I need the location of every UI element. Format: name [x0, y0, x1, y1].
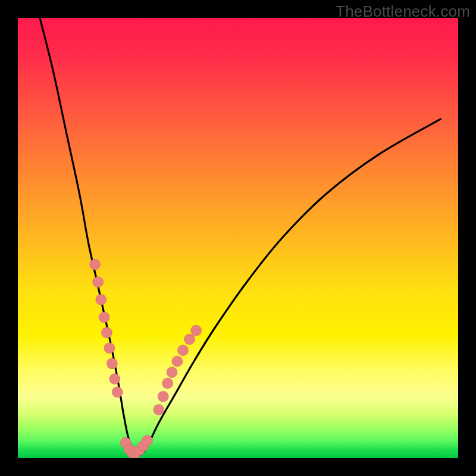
data-marker [162, 378, 173, 389]
watermark-text: TheBottleneck.com [336, 2, 470, 21]
data-marker [99, 312, 109, 322]
data-marker [178, 345, 189, 356]
data-markers [90, 259, 202, 458]
data-marker [101, 327, 112, 338]
data-marker [96, 295, 107, 305]
data-marker [112, 387, 123, 397]
data-marker [167, 367, 177, 378]
data-marker [158, 391, 168, 402]
data-marker [172, 356, 183, 367]
data-marker [90, 259, 101, 270]
data-marker [93, 277, 104, 287]
data-marker [107, 358, 117, 369]
bottleneck-curve [40, 18, 440, 456]
curve-svg [18, 18, 458, 458]
data-marker [184, 334, 195, 345]
plot-area [18, 18, 458, 458]
data-marker [154, 405, 164, 415]
data-marker [104, 343, 115, 353]
outer-frame: TheBottleneck.com [0, 0, 476, 476]
data-marker [109, 374, 120, 384]
data-marker [142, 435, 153, 446]
data-marker [191, 325, 202, 336]
